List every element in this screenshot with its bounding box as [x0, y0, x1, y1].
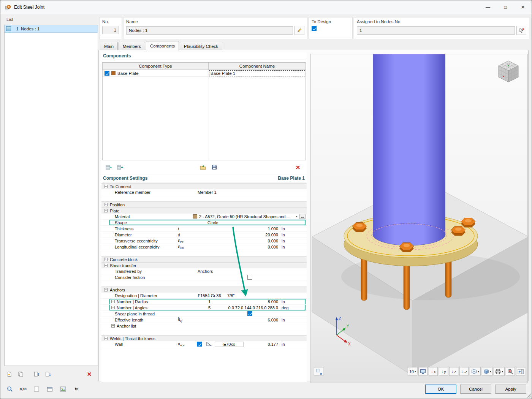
- material-library-button[interactable]: ...: [299, 214, 306, 219]
- zoomx-icon: [507, 369, 513, 375]
- view-in-x-button[interactable]: ↕x: [429, 367, 438, 376]
- minimize-button[interactable]: —: [479, 0, 497, 14]
- zoom-steps-button[interactable]: 10▾: [408, 367, 417, 376]
- group-welds-throat-thickness[interactable]: −Welds | Throat thickness: [101, 335, 307, 341]
- view-in-minus-z-button[interactable]: ↕-z: [459, 367, 469, 376]
- setting-diameter[interactable]: Diameterd20.000in: [101, 232, 307, 238]
- joints-list[interactable]: 1Nodes : 1: [4, 25, 98, 366]
- setting-consider-friction[interactable]: Consider friction: [101, 274, 307, 280]
- chevron-down-icon[interactable]: ▾: [296, 215, 298, 218]
- zoom-to-selection-button[interactable]: [5, 384, 15, 394]
- cancel-button[interactable]: Cancel: [460, 385, 491, 394]
- collapse-icon[interactable]: −: [104, 288, 108, 291]
- setting-shape[interactable]: ShapeCircle: [101, 220, 307, 226]
- resize-grip[interactable]: [527, 394, 530, 397]
- navigation-cube[interactable]: [496, 59, 521, 83]
- rename-button[interactable]: [294, 26, 304, 35]
- collapse-icon[interactable]: −: [104, 209, 108, 212]
- expand-icon[interactable]: +: [111, 324, 115, 328]
- joint-name-field[interactable]: Nodes : 1: [126, 26, 293, 35]
- new-joint-button[interactable]: [5, 370, 13, 378]
- setting-thickness[interactable]: Thicknesst1.000in: [101, 226, 307, 232]
- 3d-viewport[interactable]: Z Y X 10▾↕x↕y↕z↕-z▾▾▾: [310, 54, 528, 383]
- pan-view-button[interactable]: [314, 367, 323, 376]
- monitor-icon: [420, 369, 426, 374]
- add-component-button[interactable]: [104, 163, 113, 171]
- x-axis-label: X: [348, 342, 351, 346]
- to-design-checkbox[interactable]: [312, 26, 317, 31]
- group-concrete-block[interactable]: +Concrete block: [101, 256, 307, 262]
- shear-plane-in-thread-checkbox[interactable]: [247, 311, 252, 316]
- group-plate[interactable]: −Plate: [101, 207, 307, 214]
- maximize-button[interactable]: □: [497, 0, 514, 14]
- rowsall-icon: [117, 165, 124, 170]
- expand-icon[interactable]: +: [111, 306, 115, 309]
- insert-component-button[interactable]: [116, 163, 124, 171]
- group-anchors[interactable]: −Anchors: [101, 287, 307, 293]
- setting-reference-member[interactable]: Reference memberMember 1: [101, 189, 307, 195]
- view-in-z-button[interactable]: ↕z: [449, 367, 458, 376]
- collapse-icon[interactable]: −: [104, 337, 108, 340]
- tab-members[interactable]: Members: [119, 42, 145, 50]
- view-in-y-button[interactable]: ↕y: [439, 367, 448, 376]
- consider-friction-checkbox[interactable]: [247, 275, 252, 280]
- isometric-view-button[interactable]: ▾: [470, 367, 481, 376]
- tab-components[interactable]: Components: [146, 41, 179, 51]
- save-component-button[interactable]: [210, 163, 218, 171]
- setting-longitudinal-eccentricity[interactable]: Longitudinal eccentricityelon0.000in: [101, 244, 307, 250]
- decimal-places-button[interactable]: 0,00: [18, 384, 28, 394]
- to-design-group: To Design: [309, 17, 353, 39]
- setting-transferred-by[interactable]: Transferred byAnchors: [101, 268, 307, 274]
- component-active-checkbox[interactable]: [104, 71, 109, 76]
- print-graphic-button[interactable]: ▾: [494, 367, 505, 376]
- electrode-field[interactable]: E70xx: [215, 342, 244, 347]
- group-shear-transfer[interactable]: −Shear transfer: [101, 262, 307, 268]
- expand-icon[interactable]: +: [104, 203, 108, 206]
- list-toolbar-left: [5, 370, 25, 378]
- expand-icon[interactable]: +: [111, 300, 115, 303]
- hide-panel-button[interactable]: [516, 367, 525, 376]
- collapse-icon[interactable]: −: [104, 264, 108, 267]
- delete-joint-button[interactable]: ✕: [85, 370, 93, 378]
- units-and-decimals-button[interactable]: fx: [71, 384, 81, 394]
- tab-main[interactable]: Main: [100, 42, 118, 50]
- component-color-swatch: [111, 71, 116, 75]
- setting-designation-diameter[interactable]: Designation | DiameterF1554 Gr.367/8": [101, 293, 307, 299]
- expand-icon[interactable]: +: [104, 258, 108, 261]
- component-row[interactable]: Base PlateBase Plate 1: [103, 70, 306, 77]
- setting-wall[interactable]: Wallaw,wE70xx0.177in: [101, 341, 307, 347]
- weld-active-checkbox[interactable]: [197, 342, 202, 347]
- apply-button[interactable]: Apply: [495, 385, 526, 394]
- setting-number-radius[interactable]: +Number | Radius18.000in: [101, 299, 307, 305]
- move-down-joint-button[interactable]: [44, 370, 52, 378]
- component-name-cell[interactable]: Base Plate 1: [209, 70, 305, 76]
- display-properties-button[interactable]: [45, 384, 55, 394]
- setting-shear-plane-in-thread[interactable]: Shear plane in thread: [101, 311, 307, 317]
- move-up-joint-button[interactable]: [32, 370, 41, 378]
- setting-effective-length[interactable]: Effective lengthhef6.000in: [101, 317, 307, 323]
- graphic-options-button[interactable]: [58, 384, 68, 394]
- group-position[interactable]: +Position: [101, 201, 307, 207]
- tab-plausibility-check[interactable]: Plausibility Check: [180, 42, 222, 50]
- select-nodes-button[interactable]: [516, 26, 526, 35]
- group-to-connect[interactable]: −To Connect: [101, 183, 307, 189]
- list-item[interactable]: 1Nodes : 1: [5, 25, 98, 33]
- joint-number-group: No. 1: [99, 17, 122, 39]
- full-screen-button[interactable]: [418, 367, 428, 376]
- delete-all-components-button[interactable]: ✕: [294, 163, 302, 171]
- setting-material[interactable]: Material2 - A572, Grade 50 (HR Structura…: [101, 214, 307, 220]
- collapse-icon[interactable]: −: [104, 185, 108, 188]
- import-component-button[interactable]: [199, 163, 207, 171]
- close-button[interactable]: ✕: [514, 0, 532, 14]
- background-color-button[interactable]: [32, 384, 41, 394]
- setting-anchor-list[interactable]: +Anchor list: [101, 323, 307, 329]
- sheets-icon: [18, 371, 24, 377]
- setting-number-angles[interactable]: +Number | Angles50.0 72.0 144.0 216.0 28…: [101, 305, 307, 311]
- setting-transverse-eccentricity[interactable]: Transverse eccentricityetra0.000in: [101, 238, 307, 244]
- copy-joint-button[interactable]: [16, 370, 25, 378]
- assigned-nodes-field[interactable]: 1: [357, 26, 515, 35]
- cancel-zoom-button[interactable]: [506, 367, 515, 376]
- list-panel: List 1Nodes : 1 ✕: [4, 17, 98, 380]
- display-mode-button[interactable]: ▾: [482, 367, 493, 376]
- ok-button[interactable]: OK: [425, 385, 456, 394]
